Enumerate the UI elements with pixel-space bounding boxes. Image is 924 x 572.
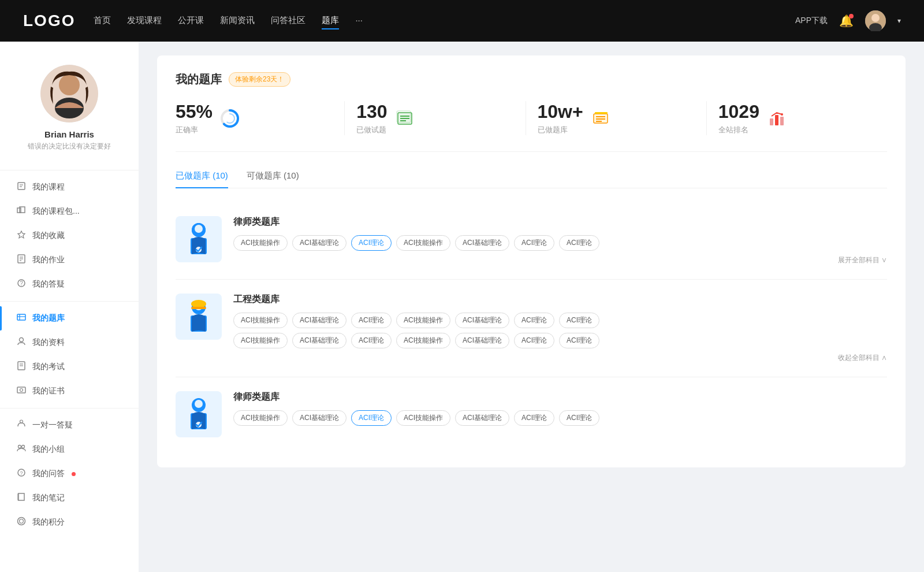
expand-link-lawyer-1[interactable]: 展开全部科目 ∨: [233, 255, 887, 265]
nav-qa[interactable]: 问答社区: [271, 13, 305, 29]
tag-2-2[interactable]: ACI理论: [351, 410, 392, 426]
qbank-item-lawyer-2: 律师类题库 ACI技能操作 ACI基础理论 ACI理论 ACI技能操作 ACI基…: [176, 377, 887, 451]
top-navigation: LOGO 首页 发现课程 公开课 新闻资讯 问答社区 题库 ··· APP下载 …: [0, 0, 924, 42]
svg-point-4: [59, 75, 80, 95]
svg-point-56: [195, 225, 203, 233]
tags-row-lawyer-2: ACI技能操作 ACI基础理论 ACI理论 ACI技能操作 ACI基础理论 AC…: [233, 410, 887, 426]
nav-home[interactable]: 首页: [94, 13, 111, 29]
sidebar-label-points: 我的积分: [32, 517, 65, 528]
nav-more[interactable]: ···: [355, 13, 363, 29]
tag-1-r2-3[interactable]: ACI技能操作: [396, 333, 450, 348]
tag-1-r2-0[interactable]: ACI技能操作: [233, 333, 288, 348]
qbank-icon-engineer: [176, 294, 222, 340]
nav-open-course[interactable]: 公开课: [178, 13, 204, 29]
tag-1-6[interactable]: ACI理论: [559, 313, 599, 328]
my-course-icon: [16, 181, 27, 193]
tab-available-banks[interactable]: 可做题库 (10): [247, 170, 299, 188]
sidebar-item-questions[interactable]: ? 我的答疑: [0, 272, 139, 296]
stat-done-banks-icon: [590, 108, 611, 129]
app-download-link[interactable]: APP下载: [795, 16, 828, 26]
qbank-item-lawyer-1: 律师类题库 ACI技能操作 ACI基础理论 ACI理论 ACI技能操作 ACI基…: [176, 202, 887, 280]
profile-motto: 错误的决定比没有决定要好: [28, 142, 111, 151]
tag-1-1[interactable]: ACI基础理论: [292, 313, 346, 328]
svg-marker-11: [18, 231, 25, 238]
sidebar-divider-1: [0, 170, 139, 170]
sidebar-item-favorites[interactable]: 我的收藏: [0, 224, 139, 248]
my-qa-icon: ?: [16, 468, 27, 480]
tag-0-3[interactable]: ACI技能操作: [396, 235, 450, 251]
tag-0-1[interactable]: ACI基础理论: [292, 235, 346, 251]
stats-row: 55% 正确率 130 已做试题: [176, 101, 887, 152]
sidebar-label-my-data: 我的资料: [32, 337, 65, 348]
avatar-image: [865, 10, 886, 31]
tag-2-0[interactable]: ACI技能操作: [233, 410, 288, 426]
nav-question-bank[interactable]: 题库: [322, 13, 339, 29]
sidebar-label-certificate: 我的证书: [32, 386, 65, 396]
user-menu-chevron[interactable]: ▾: [897, 17, 901, 25]
qbank-list: 律师类题库 ACI技能操作 ACI基础理论 ACI理论 ACI技能操作 ACI基…: [176, 202, 887, 451]
sidebar-item-my-course[interactable]: 我的课程: [0, 175, 139, 199]
stat-done-banks-label: 已做题库: [538, 125, 583, 135]
profile-name: Brian Harris: [44, 129, 94, 139]
profile-avatar: [40, 65, 98, 122]
sidebar-item-homework[interactable]: 我的作业: [0, 248, 139, 272]
sidebar-item-my-group[interactable]: 我的小组: [0, 437, 139, 462]
tag-2-5[interactable]: ACI理论: [514, 410, 554, 426]
nav-discover[interactable]: 发现课程: [127, 13, 162, 29]
tag-1-3[interactable]: ACI技能操作: [396, 313, 450, 328]
sidebar-item-question-bank[interactable]: 我的题库: [0, 306, 139, 330]
sidebar-label-exam: 我的考试: [32, 362, 65, 372]
stat-done-banks: 10w+ 已做题库: [526, 101, 707, 135]
sidebar-item-certificate[interactable]: 我的证书: [0, 379, 139, 403]
sidebar-item-course-package[interactable]: 我的课程包...: [0, 199, 139, 224]
tag-1-0[interactable]: ACI技能操作: [233, 313, 288, 328]
tag-2-6[interactable]: ACI理论: [559, 410, 599, 426]
qbank-body-lawyer-2: 律师类题库 ACI技能操作 ACI基础理论 ACI理论 ACI技能操作 ACI基…: [233, 391, 887, 430]
page-title: 我的题库: [176, 72, 222, 87]
main-layout: Brian Harris 错误的决定比没有决定要好 我的课程 我的课程包...: [0, 42, 924, 572]
sidebar-label-homework: 我的作业: [32, 255, 65, 265]
tag-2-1[interactable]: ACI基础理论: [292, 410, 346, 426]
tag-2-3[interactable]: ACI技能操作: [396, 410, 450, 426]
stat-ranking-icon: [766, 108, 787, 129]
sidebar-item-exam[interactable]: 我的考试: [0, 355, 139, 379]
sidebar-item-my-qa[interactable]: ? 我的问答: [0, 462, 139, 486]
tag-0-0[interactable]: ACI技能操作: [233, 235, 288, 251]
tag-1-4[interactable]: ACI基础理论: [455, 313, 509, 328]
tag-1-5[interactable]: ACI理论: [514, 313, 554, 328]
sidebar-item-my-data[interactable]: 我的资料: [0, 330, 139, 355]
tag-1-r2-1[interactable]: ACI基础理论: [292, 333, 346, 348]
sidebar-divider-3: [0, 408, 139, 408]
tag-0-6[interactable]: ACI理论: [559, 235, 599, 251]
profile-section: Brian Harris 错误的决定比没有决定要好: [0, 55, 139, 165]
tag-2-4[interactable]: ACI基础理论: [455, 410, 509, 426]
tag-1-r2-5[interactable]: ACI理论: [514, 333, 554, 348]
notification-dot: [849, 14, 854, 18]
points-icon: [16, 517, 27, 528]
sidebar-label-favorites: 我的收藏: [32, 231, 65, 241]
tag-0-2[interactable]: ACI理论: [351, 235, 392, 251]
notes-icon: [16, 492, 27, 504]
tab-done-banks[interactable]: 已做题库 (10): [176, 170, 228, 188]
sidebar-item-one-on-one[interactable]: 一对一答疑: [0, 413, 139, 437]
user-avatar[interactable]: [865, 10, 886, 31]
tag-0-4[interactable]: ACI基础理论: [455, 235, 509, 251]
nav-news[interactable]: 新闻资讯: [220, 13, 255, 29]
course-package-icon: [16, 206, 27, 217]
stat-done-questions-text: 130 已做试题: [356, 101, 387, 135]
sidebar-menu: 我的课程 我的课程包... 我的收藏 我的作业: [0, 175, 139, 534]
tag-0-5[interactable]: ACI理论: [514, 235, 554, 251]
stat-accuracy-icon: [219, 108, 240, 129]
tag-1-r2-4[interactable]: ACI基础理论: [455, 333, 509, 348]
tag-1-r2-6[interactable]: ACI理论: [559, 333, 599, 348]
sidebar-item-points[interactable]: 我的积分: [0, 510, 139, 534]
sidebar: Brian Harris 错误的决定比没有决定要好 我的课程 我的课程包...: [0, 42, 139, 572]
sidebar-item-notes[interactable]: 我的笔记: [0, 486, 139, 510]
tag-1-2[interactable]: ACI理论: [351, 313, 392, 328]
notification-bell[interactable]: 🔔: [839, 14, 854, 28]
tags-row-engineer-1: ACI技能操作 ACI基础理论 ACI理论 ACI技能操作 ACI基础理论 AC…: [233, 313, 887, 328]
tag-1-r2-2[interactable]: ACI理论: [351, 333, 392, 348]
qbank-name-lawyer-2: 律师类题库: [233, 391, 887, 403]
page-header: 我的题库 体验剩余23天！: [176, 72, 887, 87]
collapse-link-engineer[interactable]: 收起全部科目 ∧: [233, 353, 887, 363]
